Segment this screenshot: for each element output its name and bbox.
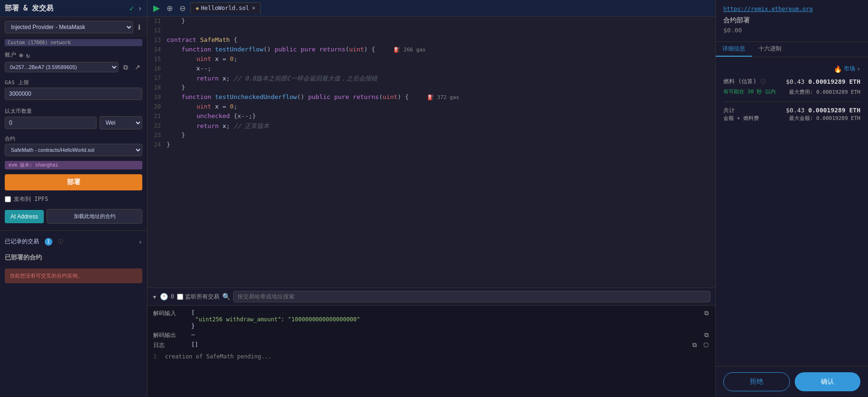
fuel-info-icon: ⓘ [760, 79, 766, 85]
at-address-button[interactable]: At Address [5, 210, 44, 223]
transactions-expand-icon[interactable]: › [138, 238, 142, 246]
header-icons: ✓ › [129, 4, 142, 13]
code-line-15: 15 uint x = 0; [148, 55, 715, 64]
code-line-11: 11 } [148, 17, 715, 26]
network-badge: Custom (17000) network [5, 39, 142, 46]
decode-output-copy-btn[interactable]: ⧉ [703, 331, 710, 339]
code-editor: 11 } 12 13 contract SafeMath { 14 functi… [148, 17, 715, 288]
decode-input-line1: [ [191, 309, 699, 316]
load-contract-button[interactable]: 加载此地址的合约 [47, 209, 142, 224]
deployed-contracts-label: 已部署的合约 [0, 249, 147, 266]
metamask-tab-details[interactable]: 详细信息 [716, 42, 752, 57]
account-section-label: 账户 [5, 51, 16, 59]
transactions-badge: 1 [45, 238, 52, 246]
metamask-contract-title: 合约部署 [723, 16, 860, 25]
terminal-decode-input-row: 解码输入 [ "uint256 withdraw_amount": "10000… [153, 309, 710, 329]
code-line-14: 14 function testUnderflow() public pure … [148, 45, 715, 55]
account-select[interactable]: 0x257...2BeA7 (3.59589605) [5, 62, 118, 72]
fuel-time-estimate: 有可能在 30 秒 以内 [723, 88, 776, 95]
code-line-17: 17 return x; // 0.8版本之前跟C一样会返回最大值，之后会报错 [148, 74, 715, 83]
monitor-label-row: 监听所有交易 [177, 293, 219, 301]
editor-tab-helloworld[interactable]: ◈ HelloWorld.sol × [190, 2, 261, 14]
fuel-dollar: $0.43 [786, 78, 804, 85]
code-line-16: 16 x--; [148, 64, 715, 74]
logs-label: 日志 [153, 341, 187, 349]
provider-row: Injected Provider - MetaMask ℹ [0, 17, 147, 37]
terminal-toolbar: ▾ 🕐 0 监听所有交易 🔍 [148, 288, 715, 306]
value-section-label: 以太币数量 [0, 104, 147, 116]
decode-input-line2: "uint256 withdraw_amount": "100000000000… [191, 316, 699, 323]
pending-section: 1 creation of SafeMath pending... [153, 353, 710, 360]
decode-output-label: 解码输出 [153, 331, 187, 339]
panel-title: 部署 & 发交易 [5, 4, 53, 13]
monitor-checkbox[interactable] [177, 294, 183, 300]
metamask-tabs: 详细信息 十六进制 [716, 42, 868, 57]
total-section: 共计 金额 + 燃料费 $0.43 0.00019289 ETH 最大金额: 0… [723, 107, 860, 122]
total-max: 最大金额: 0.00019289 ETH [786, 115, 860, 122]
zoom-in-button[interactable]: ⊕ [165, 4, 175, 13]
decode-input-copy-btn[interactable]: ⧉ [703, 309, 710, 317]
total-row: 共计 金额 + 燃料费 $0.43 0.00019289 ETH 最大金额: 0… [723, 107, 860, 122]
tab-close-icon[interactable]: × [252, 5, 255, 11]
fuel-max: 最大费用: 0.00019289 ETH [789, 89, 860, 96]
code-line-12: 12 [148, 26, 715, 36]
at-address-row: At Address 加载此地址的合约 [0, 207, 147, 228]
deploy-button[interactable]: 部署 [5, 174, 142, 190]
decode-input-value: [ "uint256 withdraw_amount": "1000000000… [191, 309, 699, 329]
code-line-18: 18 } [148, 83, 715, 93]
terminal-count: 0 [171, 293, 174, 300]
terminal-search-input[interactable] [233, 291, 710, 302]
contract-select[interactable]: SafeMath - contracts/HelloWorld.sol [5, 144, 142, 156]
no-contract-message: 当前您没有可交互的合约实例。 [5, 268, 142, 283]
down-arrow-icon: ▾ [152, 292, 157, 301]
logs-copy-btn[interactable]: ⧉ [691, 341, 698, 349]
fuel-section-header: 燃料 (估算) ⓘ $0.43 0.00019289 ETH [723, 78, 860, 86]
tab-icon: ◈ [196, 5, 199, 11]
search-icon: 🔍 [222, 293, 230, 300]
zoom-out-button[interactable]: ⊖ [178, 4, 187, 13]
left-header: 部署 & 发交易 ✓ › [0, 0, 147, 17]
total-label: 共计 [723, 107, 759, 115]
provider-select[interactable]: Injected Provider - MetaMask [5, 21, 133, 33]
code-line-19: 19 function testUncheckedUnderflow() pub… [148, 93, 715, 102]
metamask-header: https://remix.ethereum.org 合约部署 $0.00 [716, 0, 868, 42]
metamask-tab-hex[interactable]: 十六进制 [752, 42, 788, 57]
value-unit-select[interactable]: Wei [99, 116, 142, 129]
transactions-row: 已记录的交易 1 ⓘ › [0, 234, 147, 249]
code-line-20: 20 uint x = 0; [148, 102, 715, 112]
fuel-eth-bold: 0.00019289 ETH [808, 78, 860, 85]
metamask-price: $0.00 [723, 27, 860, 34]
monitor-label: 监听所有交易 [185, 293, 219, 301]
code-line-24: 24 } [148, 140, 715, 150]
logs-value: [] [191, 341, 687, 348]
logs-expand-btn[interactable]: ⬡ [702, 341, 710, 348]
metamask-url: https://remix.ethereum.org [723, 6, 860, 12]
right-panel: https://remix.ethereum.org 合约部署 $0.00 详细… [716, 0, 868, 397]
external-link-btn[interactable]: ↗ [133, 62, 142, 72]
terminal-area: ▾ 🕐 0 监听所有交易 🔍 解码输入 [ "uint256 withdraw_… [148, 288, 715, 397]
decode-input-label: 解码输入 [153, 309, 187, 318]
fuel-label: 燃料 (估算) [723, 78, 757, 85]
code-line-21: 21 unchecked {x--;} [148, 112, 715, 121]
copy-account-btn[interactable]: ⧉ [121, 62, 130, 72]
metamask-reject-button[interactable]: 拒绝 [723, 372, 790, 391]
arrow-icon: › [138, 4, 142, 13]
mm-divider [723, 101, 860, 102]
total-amount-group: $0.43 0.00019289 ETH 最大金额: 0.00019289 ET… [786, 107, 860, 122]
terminal-logs-row: 日志 [] ⧉ ⬡ [153, 341, 710, 349]
provider-info-btn[interactable]: ℹ [136, 22, 142, 32]
code-line-23: 23 } [148, 131, 715, 140]
check-icon: ✓ [129, 4, 134, 13]
fire-icon: 🔥 [834, 65, 842, 73]
gas-input[interactable] [5, 88, 142, 100]
clock-icon: 🕐 [160, 293, 168, 300]
value-input[interactable] [5, 117, 97, 129]
metamask-confirm-button[interactable]: 确认 [795, 372, 860, 391]
contract-section-label: 合约 [0, 133, 147, 144]
plus-icon[interactable]: ⊕ [19, 51, 23, 59]
market-link[interactable]: 市场 [844, 65, 855, 73]
run-button[interactable]: ▶ [151, 3, 162, 13]
refresh-icon[interactable]: ↻ [26, 51, 30, 59]
publish-ipfs-checkbox[interactable] [5, 196, 11, 202]
left-panel: 部署 & 发交易 ✓ › Injected Provider - MetaMas… [0, 0, 148, 397]
